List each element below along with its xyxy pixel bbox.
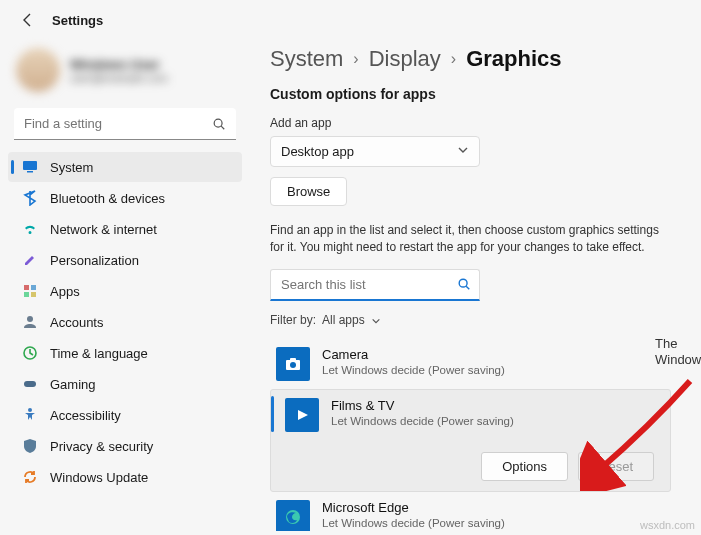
- camera-icon: [276, 347, 310, 381]
- search-icon: [457, 277, 471, 291]
- app-list-search[interactable]: [270, 269, 480, 301]
- bluetooth-icon: [22, 190, 38, 206]
- svg-rect-2: [27, 171, 33, 173]
- sidebar-item-label: System: [50, 160, 93, 175]
- main-content: System › Display › Graphics Custom optio…: [250, 36, 701, 531]
- svg-point-7: [27, 316, 33, 322]
- update-icon: [22, 469, 38, 485]
- sidebar-item-bluetooth[interactable]: Bluetooth & devices: [8, 183, 242, 213]
- filter-label: Filter by:: [270, 313, 316, 327]
- app-list-search-input[interactable]: [281, 277, 449, 292]
- sidebar-item-label: Bluetooth & devices: [50, 191, 165, 206]
- app-sub: Let Windows decide (Power saving): [322, 517, 505, 529]
- sidebar-item-label: Time & language: [50, 346, 148, 361]
- clock-icon: [22, 345, 38, 361]
- svg-rect-6: [31, 292, 36, 297]
- filter-dropdown[interactable]: All apps: [322, 313, 381, 327]
- app-item-edge[interactable]: Microsoft Edge Let Windows decide (Power…: [270, 492, 671, 531]
- sidebar-item-accounts[interactable]: Accounts: [8, 307, 242, 337]
- sidebar-item-label: Accessibility: [50, 408, 121, 423]
- app-name: Camera: [322, 347, 505, 362]
- sidebar-item-apps[interactable]: Apps: [8, 276, 242, 306]
- svg-rect-5: [24, 292, 29, 297]
- app-item-films-tv[interactable]: Films & TV Let Windows decide (Power sav…: [270, 389, 671, 492]
- brush-icon: [22, 252, 38, 268]
- grid-icon: [22, 283, 38, 299]
- options-button[interactable]: Options: [481, 452, 568, 481]
- breadcrumb-system[interactable]: System: [270, 46, 343, 72]
- sidebar-item-personalization[interactable]: Personalization: [8, 245, 242, 275]
- sidebar-item-label: Network & internet: [50, 222, 157, 237]
- app-name: Microsoft Edge: [322, 500, 505, 515]
- chevron-down-icon: [457, 144, 469, 159]
- svg-rect-14: [290, 358, 296, 361]
- select-value: Desktop app: [281, 144, 354, 159]
- app-name: Films & TV: [331, 398, 514, 413]
- sidebar-item-label: Personalization: [50, 253, 139, 268]
- sidebar-item-label: Apps: [50, 284, 80, 299]
- edge-icon: [276, 500, 310, 531]
- profile-name: Windows User: [70, 57, 168, 72]
- filter-row: Filter by: All apps: [270, 313, 671, 327]
- svg-rect-9: [24, 381, 36, 387]
- help-text: Find an app in the list and select it, t…: [270, 222, 670, 257]
- breadcrumb-graphics: Graphics: [466, 46, 561, 72]
- profile-block[interactable]: Windows User user@example.com: [4, 42, 246, 106]
- app-actions: Options Reset: [277, 444, 664, 481]
- wifi-icon: [22, 221, 38, 237]
- add-app-label: Add an app: [270, 116, 671, 130]
- search-icon: [212, 117, 226, 131]
- svg-rect-1: [23, 161, 37, 170]
- gamepad-icon: [22, 376, 38, 392]
- svg-rect-4: [31, 285, 36, 290]
- svg-point-0: [214, 119, 222, 127]
- sidebar-item-label: Windows Update: [50, 470, 148, 485]
- settings-title: Settings: [52, 13, 103, 28]
- sidebar-nav: System Bluetooth & devices Network & int…: [4, 152, 246, 492]
- find-setting-search[interactable]: [14, 108, 236, 140]
- monitor-icon: [22, 159, 38, 175]
- app-list: Camera Let Windows decide (Power saving)…: [270, 339, 671, 531]
- reset-button: Reset: [578, 452, 654, 481]
- sidebar-item-network[interactable]: Network & internet: [8, 214, 242, 244]
- breadcrumb: System › Display › Graphics: [270, 46, 671, 72]
- avatar: [16, 48, 60, 92]
- films-tv-icon: [285, 398, 319, 432]
- shield-icon: [22, 438, 38, 454]
- app-sub: Let Windows decide (Power saving): [331, 415, 514, 427]
- chevron-right-icon: ›: [451, 50, 456, 68]
- chevron-right-icon: ›: [353, 50, 358, 68]
- person-icon: [22, 314, 38, 330]
- svg-rect-3: [24, 285, 29, 290]
- profile-email: user@example.com: [70, 72, 168, 84]
- back-icon[interactable]: [20, 12, 36, 28]
- sidebar-item-privacy[interactable]: Privacy & security: [8, 431, 242, 461]
- sidebar-item-windows-update[interactable]: Windows Update: [8, 462, 242, 492]
- sidebar-item-label: Privacy & security: [50, 439, 153, 454]
- app-type-select[interactable]: Desktop app: [270, 136, 480, 167]
- sidebar-item-label: Gaming: [50, 377, 96, 392]
- section-heading: Custom options for apps: [270, 86, 671, 102]
- app-sub: Let Windows decide (Power saving): [322, 364, 505, 376]
- sidebar-item-time[interactable]: Time & language: [8, 338, 242, 368]
- sidebar-item-accessibility[interactable]: Accessibility: [8, 400, 242, 430]
- accessibility-icon: [22, 407, 38, 423]
- browse-button[interactable]: Browse: [270, 177, 347, 206]
- topbar: Settings: [0, 0, 701, 36]
- sidebar: Windows User user@example.com System Blu…: [0, 36, 250, 531]
- sidebar-item-system[interactable]: System: [8, 152, 242, 182]
- sidebar-item-label: Accounts: [50, 315, 103, 330]
- svg-point-11: [459, 279, 467, 287]
- svg-point-13: [290, 362, 296, 368]
- app-item-camera[interactable]: Camera Let Windows decide (Power saving): [270, 339, 671, 389]
- sidebar-item-gaming[interactable]: Gaming: [8, 369, 242, 399]
- breadcrumb-display[interactable]: Display: [369, 46, 441, 72]
- svg-point-10: [28, 408, 32, 412]
- search-input[interactable]: [14, 108, 236, 140]
